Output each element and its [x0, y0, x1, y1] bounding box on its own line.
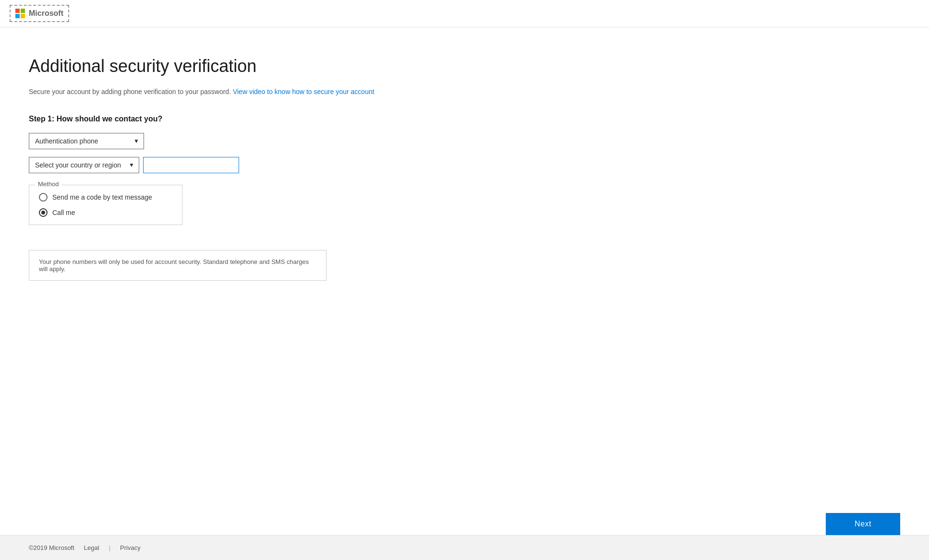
step-label: Step 1: How should we contact you?	[29, 115, 432, 123]
radio-call-dot	[41, 211, 45, 214]
next-button-container: Next	[0, 513, 929, 535]
radio-text-circle	[39, 193, 48, 202]
footer-divider: |	[109, 544, 110, 551]
ms-blue-square	[15, 14, 20, 18]
page-title: Additional security verification	[29, 56, 432, 76]
method-legend: Method	[35, 180, 61, 188]
contact-method-wrapper: Authentication phone Mobile app ▼	[29, 133, 144, 149]
ms-grid-icon	[15, 9, 25, 18]
method-box: Method Send me a code by text message Ca…	[29, 185, 182, 225]
contact-method-select[interactable]: Authentication phone Mobile app	[29, 133, 144, 149]
subtitle-link[interactable]: View video to know how to secure your ac…	[233, 88, 374, 95]
legal-link[interactable]: Legal	[84, 544, 99, 551]
ms-red-square	[15, 9, 20, 13]
copyright: ©2019 Microsoft	[29, 544, 74, 551]
radio-call-me[interactable]: Call me	[39, 208, 172, 217]
radio-call-label: Call me	[52, 209, 75, 216]
ms-green-square	[21, 9, 25, 13]
microsoft-logo[interactable]: Microsoft	[10, 5, 69, 22]
microsoft-name: Microsoft	[29, 9, 63, 18]
country-select-wrapper: Select your country or region United Sta…	[29, 157, 139, 173]
radio-call-circle	[39, 208, 48, 217]
radio-text-message[interactable]: Send me a code by text message	[39, 193, 172, 202]
phone-number-input[interactable]	[143, 157, 239, 173]
phone-row: Select your country or region United Sta…	[29, 157, 432, 173]
ms-yellow-square	[21, 14, 25, 18]
privacy-link[interactable]: Privacy	[120, 544, 141, 551]
next-button[interactable]: Next	[826, 513, 900, 535]
country-select[interactable]: Select your country or region United Sta…	[29, 157, 139, 173]
subtitle-text: Secure your account by adding phone veri…	[29, 88, 231, 95]
page-header: Microsoft	[0, 0, 929, 27]
page-footer: ©2019 Microsoft Legal | Privacy	[0, 535, 929, 560]
footer-note: Your phone numbers will only be used for…	[29, 250, 326, 281]
subtitle: Secure your account by adding phone veri…	[29, 88, 432, 95]
radio-text-label: Send me a code by text message	[52, 193, 152, 201]
main-content: Additional security verification Secure …	[0, 27, 461, 523]
contact-method-group: Authentication phone Mobile app ▼	[29, 133, 432, 149]
